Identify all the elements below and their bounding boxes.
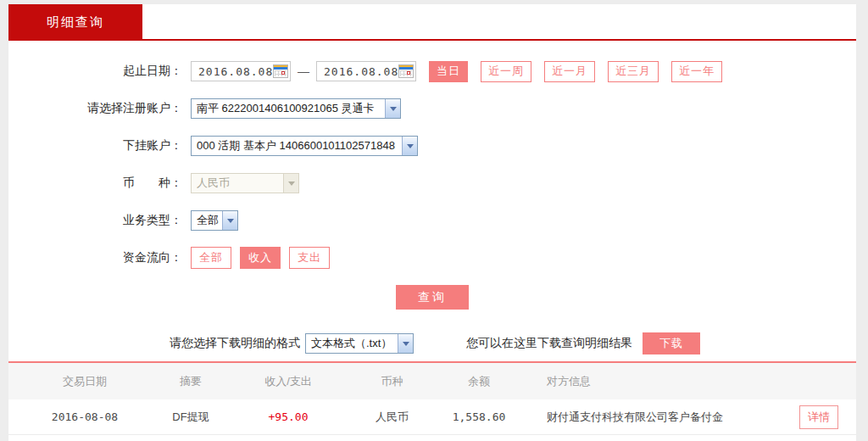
download-hint: 您可以在这里下载查询明细结果 <box>466 336 632 351</box>
download-button[interactable]: 下载 <box>643 332 700 354</box>
tab-bar: 明细查询 <box>8 4 856 41</box>
sub-account-label: 下挂账户： <box>8 138 182 154</box>
header-currency: 币种 <box>356 374 428 389</box>
chevron-down-icon <box>283 174 298 193</box>
register-account-row: 请选择注册账户： 南平 6222001406100921065 灵通卡 <box>8 90 856 127</box>
quick-range-week-button[interactable]: 近一周 <box>481 61 531 82</box>
chevron-down-icon <box>402 137 417 155</box>
biz-type-row: 业务类型： 全部 <box>8 202 856 239</box>
detail-button[interactable]: 详情 <box>799 405 838 429</box>
biz-type-value: 全部 <box>192 213 222 228</box>
chevron-down-icon <box>385 99 400 118</box>
biz-type-label: 业务类型： <box>8 213 182 228</box>
fund-flow-label: 资金流向： <box>8 250 182 265</box>
quick-range-month-button[interactable]: 近一月 <box>544 61 595 82</box>
header-amount: 收入/支出 <box>220 374 356 389</box>
register-account-value: 南平 6222001406100921065 灵通卡 <box>192 101 385 116</box>
main-panel: 明细查询 起止日期： 2016.08.08 — 2016.08.08 <box>8 4 856 441</box>
end-date-input[interactable]: 2016.08.08 <box>316 61 416 81</box>
start-date-value: 2016.08.08 <box>198 65 273 78</box>
quick-range-today-button[interactable]: 当日 <box>429 61 468 82</box>
header-date: 交易日期 <box>8 374 161 389</box>
cell-counterparty: 财付通支付科技有限公司客户备付金 <box>530 410 784 425</box>
date-separator: — <box>298 64 309 78</box>
currency-label: 币 种： <box>8 176 182 191</box>
chevron-down-icon <box>398 334 413 353</box>
query-form: 起止日期： 2016.08.08 — 2016.08.08 当日 近一周 <box>8 41 856 356</box>
cell-currency: 人民币 <box>356 410 428 425</box>
cell-amount: +95.00 <box>220 410 356 423</box>
fund-flow-all-button[interactable]: 全部 <box>191 247 231 269</box>
currency-select: 人民币 <box>191 173 299 193</box>
fund-flow-row: 资金流向： 全部 收入 支出 <box>8 239 856 276</box>
start-date-input[interactable]: 2016.08.08 <box>191 61 291 81</box>
header-balance: 余额 <box>428 374 530 389</box>
query-button[interactable]: 查询 <box>396 285 469 310</box>
register-account-label: 请选择注册账户： <box>8 101 182 116</box>
header-summary: 摘要 <box>161 374 220 389</box>
query-button-row: 查询 <box>8 285 856 310</box>
calendar-icon[interactable] <box>273 64 288 78</box>
quick-range-year-button[interactable]: 近一年 <box>671 61 722 82</box>
calendar-icon[interactable] <box>398 64 414 78</box>
download-row: 请您选择下载明细的格式 文本格式（.txt） 您可以在这里下载查询明细结果 下载 <box>8 331 856 356</box>
currency-value: 人民币 <box>192 176 283 191</box>
tab-detail-query[interactable]: 明细查询 <box>8 4 142 41</box>
date-range-row: 起止日期： 2016.08.08 — 2016.08.08 当日 近一周 <box>8 53 856 90</box>
header-counterparty: 对方信息 <box>530 374 784 389</box>
fund-flow-income-button[interactable]: 收入 <box>240 247 281 269</box>
fund-flow-expense-button[interactable]: 支出 <box>289 247 330 269</box>
biz-type-select[interactable]: 全部 <box>191 210 238 231</box>
cell-date: 2016-08-08 <box>8 410 161 423</box>
download-format-value: 文本格式（.txt） <box>306 336 398 351</box>
cell-balance: 1,558.60 <box>428 410 530 423</box>
chevron-down-icon <box>222 211 237 230</box>
download-format-label: 请您选择下载明细的格式 <box>170 336 300 351</box>
sub-account-row: 下挂账户： 000 活期 基本户 1406600101102571848 <box>8 127 856 165</box>
end-date-value: 2016.08.08 <box>324 65 398 78</box>
sub-account-select[interactable]: 000 活期 基本户 1406600101102571848 <box>191 136 418 156</box>
cell-summary: DF提现 <box>161 410 220 425</box>
currency-row: 币 种： 人民币 <box>8 165 856 202</box>
table-row: 2016-08-08 DF提现 +95.00 人民币 1,558.60 财付通支… <box>8 399 856 435</box>
table-header: 交易日期 摘要 收入/支出 币种 余额 对方信息 <box>8 363 856 399</box>
quick-range-3months-button[interactable]: 近三月 <box>608 61 659 82</box>
register-account-select[interactable]: 南平 6222001406100921065 灵通卡 <box>191 98 401 119</box>
sub-account-value: 000 活期 基本户 1406600101102571848 <box>192 138 402 154</box>
download-format-select[interactable]: 文本格式（.txt） <box>305 333 414 354</box>
date-range-label: 起止日期： <box>8 64 182 79</box>
